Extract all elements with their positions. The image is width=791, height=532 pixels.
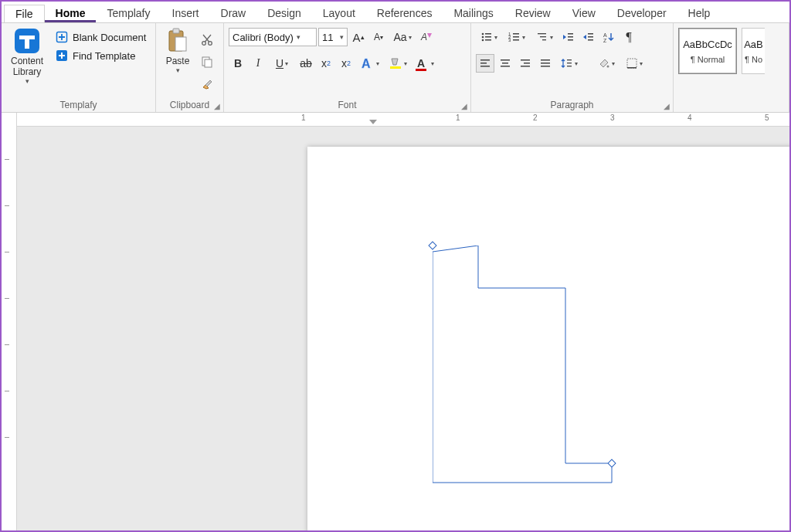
font-name-select[interactable]: Calibri (Body) ▾: [229, 28, 317, 46]
tab-draw[interactable]: Draw: [210, 4, 257, 22]
first-line-indent-marker[interactable]: [369, 120, 377, 124]
find-template-button[interactable]: Find Template: [53, 48, 149, 63]
font-name-value: Calibri (Body): [233, 32, 294, 43]
format-painter-button[interactable]: [198, 74, 216, 93]
tab-home[interactable]: Home: [45, 4, 97, 22]
decrease-font-size-button[interactable]: A▾: [369, 28, 388, 46]
increase-font-size-button[interactable]: A▴: [349, 28, 368, 46]
chevron-down-icon: ▾: [176, 66, 180, 74]
find-template-label: Find Template: [73, 50, 135, 62]
change-case-button[interactable]: Aa▾: [389, 28, 416, 46]
svg-rect-30: [568, 39, 573, 41]
svg-rect-44: [521, 66, 530, 67]
tab-insert[interactable]: Insert: [161, 4, 210, 22]
cut-button[interactable]: [198, 31, 216, 49]
paste-button[interactable]: Paste ▾: [161, 26, 195, 98]
tab-layout[interactable]: Layout: [312, 4, 366, 22]
svg-point-15: [482, 36, 484, 39]
text-effects-button[interactable]: A ▾: [357, 54, 383, 73]
tab-references[interactable]: References: [366, 4, 443, 22]
ribbon: Content Library ▾ Blank Document Find Te…: [2, 23, 789, 113]
svg-text:3: 3: [508, 38, 511, 42]
justify-button[interactable]: [536, 54, 555, 73]
document-page[interactable]: [307, 147, 789, 530]
svg-rect-47: [541, 66, 550, 67]
font-color-button[interactable]: A ▾: [412, 54, 439, 73]
dialog-launcher-icon[interactable]: ◢: [664, 102, 670, 110]
tab-file[interactable]: File: [4, 5, 45, 22]
tab-mailings[interactable]: Mailings: [443, 4, 504, 22]
tab-developer[interactable]: Developer: [606, 4, 677, 22]
italic-button[interactable]: I: [249, 54, 267, 73]
ribbon-tabs: File Home Templafy Insert Draw Design La…: [2, 2, 789, 23]
multilevel-list-icon: [536, 31, 548, 43]
svg-rect-14: [485, 33, 491, 35]
ruler-mark: 2: [533, 114, 538, 122]
svg-rect-28: [568, 33, 573, 35]
svg-rect-33: [588, 39, 593, 41]
chevron-down-icon: ▾: [297, 33, 300, 41]
eraser-a-icon: A: [419, 30, 433, 44]
style-sample-text: AaB: [744, 39, 763, 50]
superscript-button[interactable]: x2: [337, 54, 355, 73]
tab-view[interactable]: View: [562, 4, 606, 22]
align-center-button[interactable]: [496, 54, 514, 73]
tab-help[interactable]: Help: [677, 4, 721, 22]
svg-rect-36: [480, 59, 490, 61]
line-spacing-button[interactable]: ▾: [556, 54, 582, 73]
group-label-templafy: Templafy: [2, 100, 155, 110]
group-clipboard: Paste ▾: [156, 23, 224, 112]
svg-rect-29: [568, 36, 573, 38]
horizontal-ruler[interactable]: 1 1 2 3 4 5: [17, 113, 789, 127]
sort-button[interactable]: AZ: [599, 28, 618, 46]
style-normal[interactable]: AaBbCcDc ¶ Normal: [678, 28, 737, 74]
svg-text:A: A: [603, 32, 607, 38]
tab-review[interactable]: Review: [504, 4, 562, 22]
bold-button[interactable]: B: [229, 54, 247, 73]
group-templafy: Content Library ▾ Blank Document Find Te…: [2, 23, 156, 112]
tab-templafy[interactable]: Templafy: [96, 4, 161, 22]
dialog-launcher-icon[interactable]: ◢: [461, 102, 467, 110]
shading-button[interactable]: ▾: [593, 54, 620, 73]
show-hide-marks-button[interactable]: ¶: [620, 28, 638, 46]
font-size-value: 11: [322, 32, 333, 43]
borders-button[interactable]: ▾: [621, 54, 647, 73]
svg-rect-4: [173, 29, 179, 33]
dialog-launcher-icon[interactable]: ◢: [214, 102, 220, 110]
group-label-clipboard: Clipboard ◢: [156, 100, 223, 110]
strikethrough-button[interactable]: ab: [297, 54, 315, 73]
align-right-button[interactable]: [516, 54, 535, 73]
multilevel-list-button[interactable]: ▾: [531, 28, 558, 46]
underline-button[interactable]: U▾: [269, 54, 295, 73]
vertical-ruler[interactable]: [2, 113, 17, 530]
font-size-select[interactable]: 11 ▾: [318, 28, 348, 46]
numbering-button[interactable]: 1 2 3 ▾: [504, 28, 530, 46]
align-left-button[interactable]: [476, 54, 494, 73]
svg-point-13: [482, 33, 484, 36]
tab-design[interactable]: Design: [256, 4, 312, 22]
subscript-button[interactable]: x2: [317, 54, 335, 73]
clear-formatting-button[interactable]: A: [417, 28, 436, 46]
svg-rect-25: [538, 33, 546, 34]
bullets-button[interactable]: ▾: [476, 28, 502, 46]
paint-bucket-icon: [598, 57, 610, 69]
text-effects-icon: A: [361, 56, 375, 70]
svg-rect-12: [390, 66, 401, 69]
line-spacing-icon: [561, 57, 573, 69]
document-canvas[interactable]: 1 1 2 3 4 5: [17, 113, 789, 530]
increase-indent-button[interactable]: [579, 28, 598, 46]
highlight-button[interactable]: ▾: [385, 54, 411, 73]
blank-document-button[interactable]: Blank Document: [53, 29, 149, 45]
svg-rect-46: [541, 63, 550, 64]
svg-rect-37: [480, 63, 487, 64]
content-library-button[interactable]: Content Library ▾: [6, 26, 48, 98]
svg-point-51: [607, 66, 609, 68]
copy-button[interactable]: [198, 53, 216, 71]
ruler-mark: 5: [765, 114, 769, 122]
svg-rect-26: [540, 36, 546, 37]
align-center-icon: [500, 58, 511, 69]
plus-box-icon: [56, 31, 68, 43]
decrease-indent-button[interactable]: [559, 28, 578, 46]
style-no-spacing[interactable]: AaB ¶ No: [742, 28, 765, 74]
align-right-icon: [520, 58, 531, 69]
